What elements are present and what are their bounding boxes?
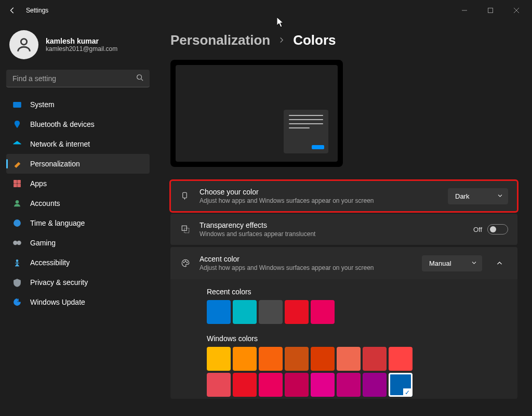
color-swatch[interactable] — [389, 347, 413, 371]
breadcrumb-parent[interactable]: Personalization — [170, 32, 270, 48]
color-swatch[interactable] — [207, 300, 231, 324]
nav-label: Privacy & security — [30, 278, 88, 287]
sidebar-item-windows-update[interactable]: Windows Update — [6, 292, 150, 312]
windows-colors-label: Windows colors — [207, 334, 508, 343]
color-swatch[interactable] — [285, 373, 309, 397]
sidebar-item-bluetooth-devices[interactable]: Bluetooth & devices — [6, 114, 150, 134]
back-button[interactable] — [4, 2, 21, 19]
choose-color-row[interactable]: Choose your color Adjust how apps and Wi… — [170, 180, 517, 212]
color-swatch[interactable] — [259, 347, 283, 371]
color-swatch[interactable] — [311, 347, 335, 371]
nav-label: Accessibility — [30, 258, 70, 267]
color-swatch[interactable] — [233, 373, 257, 397]
svg-point-16 — [17, 241, 21, 244]
nav-icon — [12, 258, 22, 267]
svg-rect-18 — [183, 192, 187, 198]
sidebar-item-time-language[interactable]: Time & language — [6, 213, 150, 233]
window-controls — [453, 3, 528, 18]
nav-label: Gaming — [30, 239, 56, 247]
svg-line-6 — [141, 79, 143, 81]
svg-rect-10 — [18, 180, 20, 183]
accent-collapse-button[interactable] — [490, 254, 508, 272]
sidebar-item-gaming[interactable]: Gaming — [6, 233, 150, 253]
color-swatch[interactable] — [233, 300, 257, 324]
svg-rect-12 — [18, 184, 20, 187]
svg-rect-11 — [14, 184, 17, 187]
titlebar-label: Settings — [26, 7, 48, 14]
maximize-button[interactable] — [479, 3, 502, 18]
nav-label: Bluetooth & devices — [30, 120, 95, 128]
accent-dropdown[interactable]: Manual — [422, 255, 482, 271]
sidebar-item-accessibility[interactable]: Accessibility — [6, 253, 150, 272]
svg-point-17 — [16, 260, 18, 262]
nav-icon — [12, 238, 22, 248]
color-swatch[interactable] — [259, 300, 283, 324]
accent-value: Manual — [429, 259, 451, 267]
svg-point-13 — [16, 201, 18, 203]
breadcrumb: Personalization Colors — [170, 32, 517, 48]
avatar — [9, 30, 38, 59]
search-icon — [136, 74, 143, 83]
minimize-button[interactable] — [453, 3, 476, 18]
chevron-down-icon — [497, 192, 503, 200]
sidebar-item-system[interactable]: System — [6, 95, 150, 114]
user-name: kamlesh kumar — [46, 37, 117, 45]
choose-color-title: Choose your color — [200, 188, 440, 196]
accent-body: Recent colors Windows colors — [170, 279, 517, 399]
color-swatch[interactable] — [363, 373, 387, 397]
transparency-title: Transparency effects — [200, 221, 465, 229]
nav-label: System — [30, 100, 55, 109]
color-swatch[interactable] — [207, 347, 231, 371]
sidebar-item-apps[interactable]: Apps — [6, 174, 150, 193]
color-swatch[interactable] — [337, 373, 361, 397]
color-swatch[interactable] — [285, 300, 309, 324]
sidebar: kamlesh kumar kamlesh2011@gmail.com Syst… — [0, 21, 156, 416]
brush-icon — [180, 191, 191, 201]
nav-icon — [12, 179, 22, 188]
color-swatch[interactable] — [389, 373, 413, 397]
choose-color-desc: Adjust how apps and Windows surfaces app… — [200, 197, 440, 204]
sidebar-item-personalization[interactable]: Personalization — [6, 154, 150, 174]
color-swatch[interactable] — [259, 373, 283, 397]
nav-icon — [12, 297, 22, 307]
svg-rect-9 — [14, 180, 17, 183]
nav-icon — [12, 278, 22, 287]
account-block[interactable]: kamlesh kumar kamlesh2011@gmail.com — [6, 26, 150, 70]
svg-point-22 — [185, 261, 186, 262]
theme-preview — [170, 60, 343, 167]
color-swatch[interactable] — [233, 347, 257, 371]
sidebar-item-accounts[interactable]: Accounts — [6, 193, 150, 213]
chevron-down-icon — [471, 259, 477, 267]
breadcrumb-current: Colors — [293, 32, 336, 48]
recent-colors-label: Recent colors — [207, 288, 508, 296]
user-email: kamlesh2011@gmail.com — [46, 45, 117, 53]
nav-label: Accounts — [30, 199, 60, 207]
color-swatch[interactable] — [207, 373, 231, 397]
nav-icon — [12, 199, 22, 208]
transparency-state: Off — [473, 226, 482, 233]
sidebar-item-privacy-security[interactable]: Privacy & security — [6, 272, 150, 292]
search-input[interactable] — [12, 74, 136, 83]
svg-point-23 — [187, 262, 188, 263]
nav-icon — [12, 159, 22, 168]
search-box[interactable] — [6, 70, 150, 87]
color-swatch[interactable] — [311, 373, 335, 397]
sidebar-item-network-internet[interactable]: Network & internet — [6, 134, 150, 154]
close-button[interactable] — [505, 3, 528, 18]
nav-label: Apps — [30, 179, 47, 188]
nav-icon — [12, 100, 22, 109]
svg-point-4 — [21, 39, 26, 45]
transparency-row[interactable]: Transparency effects Windows and surface… — [170, 214, 517, 245]
color-swatch[interactable] — [363, 347, 387, 371]
accent-color-row[interactable]: Accent color Adjust how apps and Windows… — [170, 247, 517, 279]
nav-label: Time & language — [30, 219, 85, 227]
color-swatch[interactable] — [337, 347, 361, 371]
choose-color-dropdown[interactable]: Dark — [448, 188, 508, 204]
color-swatch[interactable] — [285, 347, 309, 371]
transparency-toggle[interactable] — [487, 224, 508, 235]
titlebar: Settings — [0, 0, 532, 21]
svg-point-21 — [183, 262, 184, 263]
accent-title: Accent color — [200, 255, 414, 263]
svg-rect-1 — [488, 8, 493, 13]
color-swatch[interactable] — [311, 300, 335, 324]
